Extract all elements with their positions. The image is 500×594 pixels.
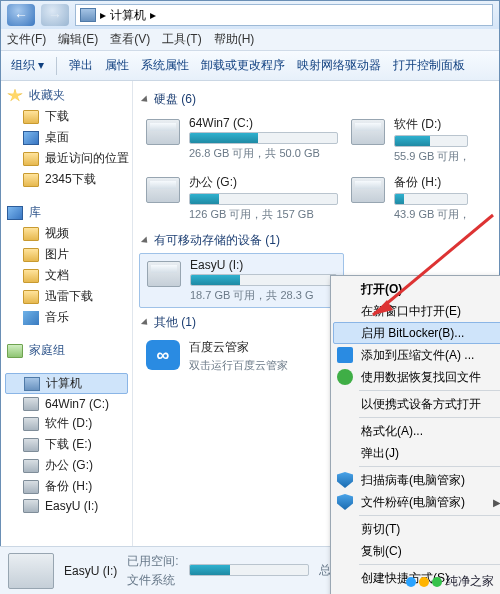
nav-item-drive-g[interactable]: 办公 (G:) [1, 455, 132, 476]
nav-back-button[interactable]: ← [7, 4, 35, 26]
nav-item-pictures[interactable]: 图片 [1, 244, 132, 265]
nav-item-2345[interactable]: 2345下载 [1, 169, 132, 190]
drive-icon [23, 417, 39, 431]
context-menu: 打开(O) 在新窗口中打开(E) 启用 BitLocker(B)... 添加到压… [330, 275, 500, 594]
nav-favorites-header[interactable]: 收藏夹 [7, 87, 132, 104]
menu-tools[interactable]: 工具(T) [162, 31, 201, 48]
ctx-portable[interactable]: 以便携式设备方式打开 [333, 393, 500, 415]
toolbar-netdrv[interactable]: 映射网络驱动器 [297, 57, 381, 74]
nav-item-recent[interactable]: 最近访问的位置 [1, 148, 132, 169]
drive-icon [23, 397, 39, 411]
nav-item-computer[interactable]: 计算机 [5, 373, 128, 394]
nav-item-desktop[interactable]: 桌面 [1, 127, 132, 148]
menu-edit[interactable]: 编辑(E) [58, 31, 98, 48]
ctx-cut[interactable]: 剪切(T) [333, 518, 500, 540]
nav-forward-button[interactable]: → [41, 4, 69, 26]
library-icon [7, 206, 23, 220]
status-name: EasyU (I:) [64, 564, 117, 578]
hdd-icon [147, 261, 181, 287]
ctx-addzip[interactable]: 添加到压缩文件(A) ... [333, 344, 500, 366]
usage-bar [189, 132, 338, 144]
usage-bar [190, 274, 337, 286]
desktop-icon [23, 131, 39, 145]
drive-c[interactable]: 64Win7 (C:) 26.8 GB 可用，共 50.0 GB [139, 112, 344, 168]
drive-icon [23, 438, 39, 452]
folder-icon [23, 173, 39, 187]
menubar: 文件(F) 编辑(E) 查看(V) 工具(T) 帮助(H) [1, 29, 499, 51]
hdd-icon [351, 177, 385, 203]
expand-icon [141, 318, 150, 327]
drive-stat: 43.9 GB 可用，共 49 [394, 207, 468, 222]
toolbar-organize[interactable]: 组织 ▾ [11, 57, 44, 74]
ctx-copy[interactable]: 复制(C) [333, 540, 500, 562]
nav-pane: 收藏夹 下载 桌面 最近访问的位置 2345下载 库 视频 图片 文档 迅雷下载… [1, 81, 133, 593]
nav-item-videos[interactable]: 视频 [1, 223, 132, 244]
drive-stat: 26.8 GB 可用，共 50.0 GB [189, 146, 338, 161]
ctx-bitlocker[interactable]: 启用 BitLocker(B)... [333, 322, 500, 344]
nav-item-drive-e[interactable]: 下载 (E:) [1, 434, 132, 455]
menu-help[interactable]: 帮助(H) [214, 31, 255, 48]
hdd-icon [146, 119, 180, 145]
drive-icon [23, 480, 39, 494]
titlebar: ← → ▸ 计算机 ▸ [1, 1, 499, 29]
section-removable[interactable]: 有可移动存储的设备 (1) [143, 232, 499, 249]
usage-bar [394, 135, 468, 147]
drive-stat: 126 GB 可用，共 157 GB [189, 207, 338, 222]
nav-item-drive-d[interactable]: 软件 (D:) [1, 413, 132, 434]
menu-file[interactable]: 文件(F) [7, 31, 46, 48]
drive-i[interactable]: EasyU (I:) 18.7 GB 可用，共 28.3 G [139, 253, 344, 308]
toolbar-eject[interactable]: 弹出 [69, 57, 93, 74]
hdd-icon [351, 119, 385, 145]
breadcrumb-sep: ▸ [150, 8, 156, 22]
status-used-label: 已用空间: [127, 554, 178, 568]
ctx-open-new[interactable]: 在新窗口中打开(E) [333, 300, 500, 322]
ctx-shred[interactable]: 文件粉碎(电脑管家)▶ [333, 491, 500, 513]
drive-stat: 55.9 GB 可用，共 [394, 149, 468, 164]
nav-item-drive-c[interactable]: 64Win7 (C:) [1, 395, 132, 413]
status-usage-bar [189, 564, 309, 576]
music-icon [23, 311, 39, 325]
ctx-recover[interactable]: 使用数据恢复找回文件 [333, 366, 500, 388]
drive-name: 备份 (H:) [394, 174, 468, 191]
expand-icon [141, 95, 150, 104]
ctx-scan[interactable]: 扫描病毒(电脑管家) [333, 469, 500, 491]
nav-item-music[interactable]: 音乐 [1, 307, 132, 328]
star-icon [7, 89, 23, 103]
nav-item-drive-h[interactable]: 备份 (H:) [1, 476, 132, 497]
ctx-open[interactable]: 打开(O) [333, 278, 500, 300]
drive-d[interactable]: 软件 (D:) 55.9 GB 可用，共 [344, 112, 474, 168]
toolbar-sysprops[interactable]: 系统属性 [141, 57, 189, 74]
address-bar[interactable]: ▸ 计算机 ▸ [75, 4, 493, 26]
drive-stat: 18.7 GB 可用，共 28.3 G [190, 288, 337, 303]
nav-homegroup-header[interactable]: 家庭组 [7, 342, 132, 359]
drive-h[interactable]: 备份 (H:) 43.9 GB 可用，共 49 [344, 170, 474, 226]
menu-view[interactable]: 查看(V) [110, 31, 150, 48]
nav-libraries-header[interactable]: 库 [7, 204, 132, 221]
recover-icon [337, 369, 353, 385]
nav-item-docs[interactable]: 文档 [1, 265, 132, 286]
nav-item-xunlei[interactable]: 迅雷下载 [1, 286, 132, 307]
folder-icon [23, 227, 39, 241]
hdd-icon [146, 177, 180, 203]
drive-name: 64Win7 (C:) [189, 116, 338, 130]
toolbar-ctrlpanel[interactable]: 打开控制面板 [393, 57, 465, 74]
shield-icon [337, 494, 353, 510]
breadcrumb-sep: ▸ [100, 8, 106, 22]
toolbar-uninstall[interactable]: 卸载或更改程序 [201, 57, 285, 74]
toolbar-props[interactable]: 属性 [105, 57, 129, 74]
drive-icon [8, 553, 54, 589]
breadcrumb-location[interactable]: 计算机 [110, 7, 146, 24]
drive-g[interactable]: 办公 (G:) 126 GB 可用，共 157 GB [139, 170, 344, 226]
usage-bar [394, 193, 468, 205]
drive-icon [23, 499, 39, 513]
ctx-eject[interactable]: 弹出(J) [333, 442, 500, 464]
section-hdd[interactable]: 硬盘 (6) [143, 91, 499, 108]
nav-item-drive-i[interactable]: EasyU (I:) [1, 497, 132, 515]
drive-icon [23, 459, 39, 473]
status-fs-label: 文件系统 [127, 573, 175, 587]
nav-item-downloads[interactable]: 下载 [1, 106, 132, 127]
folder-icon [23, 269, 39, 283]
ctx-format[interactable]: 格式化(A)... [333, 420, 500, 442]
homegroup-icon [7, 344, 23, 358]
watermark: 纯净之家 [406, 573, 494, 590]
